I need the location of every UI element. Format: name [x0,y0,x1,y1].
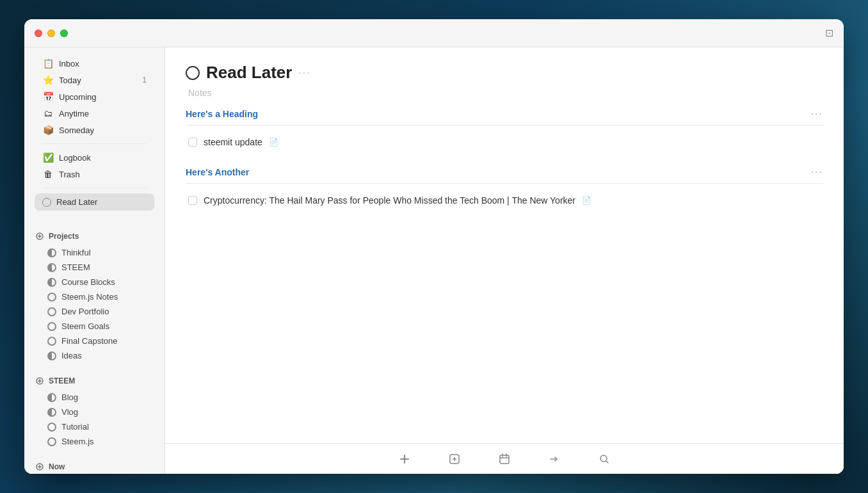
today-icon: ⭐ [42,75,54,85]
sidebar-item-ideas[interactable]: Ideas [32,348,157,363]
projects-section: Projects Thinkful STEEM Course Blocks St… [24,221,165,366]
main-more-dots[interactable]: ··· [298,67,310,79]
sidebar-item-final-capstone[interactable]: Final Capstone [32,334,157,348]
blog-icon [47,393,56,402]
traffic-lights [35,29,68,37]
sidebar-item-upcoming[interactable]: 📅 Upcoming [35,88,154,105]
clip-icon-2: 📄 [582,196,591,205]
divider-2 [42,188,147,188]
steem-section-icon [35,376,45,386]
app-window: ⊡ 📋 Inbox ⭐ Today 1 📅 Upcoming [24,19,844,474]
divider-1 [42,143,147,144]
steem-section-label: STEEM [49,376,75,385]
upcoming-icon: 📅 [42,92,54,102]
read-later-circle-icon [42,198,51,207]
today-count: 1 [142,76,147,85]
projects-label: Projects [49,232,79,241]
arrow-button[interactable] [545,449,564,469]
steem-icon [47,263,56,272]
now-label: Now [49,462,65,471]
vlog-icon [47,408,56,417]
main-title: Read Later [206,63,292,83]
toolbar-bottom [165,443,844,474]
sidebar-item-steem[interactable]: STEEM [32,260,157,275]
steem-label: STEEM [61,263,90,272]
search-button[interactable] [595,449,614,469]
add-with-details-button[interactable] [445,449,464,469]
trash-label: Trash [59,170,147,179]
task-text-1: steemit update [204,137,262,147]
inbox-icon: 📋 [42,58,54,69]
thinkful-icon [47,248,56,257]
sidebar-item-inbox[interactable]: 📋 Inbox [35,55,154,72]
sidebar-item-anytime[interactable]: 🗂 Anytime [35,105,154,122]
add-button[interactable] [395,449,414,469]
steem-section-header[interactable]: STEEM [32,373,157,390]
someday-icon: 📦 [42,125,54,135]
ideas-label: Ideas [61,351,82,360]
task-text-2: Cryptocurrency: The Hail Mary Pass for P… [204,195,575,206]
steem-goals-label: Steem Goals [61,321,109,331]
sidebar-item-vlog[interactable]: Vlog [32,405,157,419]
sidebar-item-steem-goals[interactable]: Steem Goals [32,319,157,334]
clip-icon-1: 📄 [269,138,278,147]
maximize-button[interactable] [60,29,68,37]
notes-placeholder[interactable]: Notes [186,88,311,98]
calendar-button[interactable] [495,449,514,469]
svg-rect-20 [500,455,509,464]
sidebar-item-blog[interactable]: Blog [32,390,157,405]
sidebar-item-tutorial[interactable]: Tutorial [32,419,157,434]
title-bar: ⊡ [24,19,844,47]
sidebar-item-today[interactable]: ⭐ Today 1 [35,72,154,88]
upcoming-label: Upcoming [59,92,147,102]
main-body: Here's a Heading ··· steemit update 📄 He… [165,108,844,443]
task-checkbox-2[interactable] [188,196,197,205]
course-blocks-icon [47,278,56,287]
inbox-label: Inbox [59,59,147,69]
heading-text-2: Here's Another [186,167,249,177]
projects-collapse-icon [35,231,45,241]
read-later-label: Read Later [56,197,147,207]
tutorial-label: Tutorial [61,422,89,432]
minimize-button[interactable] [47,29,55,37]
steemjs-label: Steem.js [61,437,94,446]
sidebar-item-someday[interactable]: 📦 Someday [35,122,154,138]
trash-icon: 🗑 [42,169,54,179]
course-blocks-label: Course Blocks [61,277,115,287]
sidebar-item-logbook[interactable]: ✅ Logbook [35,149,154,166]
app-body: 📋 Inbox ⭐ Today 1 📅 Upcoming 🗂 Anytime [24,47,844,474]
thinkful-label: Thinkful [61,248,91,257]
sidebar-item-read-later[interactable]: Read Later [35,193,154,211]
sidebar-item-trash[interactable]: 🗑 Trash [35,166,154,182]
now-section-icon [35,462,45,472]
main-title-row: Read Later ··· [186,63,311,83]
sidebar-item-steemjs-notes[interactable]: Steem.js Notes [32,289,157,304]
task-item-1: steemit update 📄 [186,133,823,151]
final-capstone-label: Final Capstone [61,336,117,346]
dev-portfolio-icon [47,307,56,316]
vlog-label: Vlog [61,407,78,417]
steemjs-notes-label: Steem.js Notes [61,292,118,302]
main-title-area: Read Later ··· Notes [186,63,311,98]
steem-section: STEEM Blog Vlog Tutorial Steem.js [24,366,165,451]
now-section-header[interactable]: Now [32,459,157,474]
sidebar-item-thinkful[interactable]: Thinkful [32,245,157,260]
task-checkbox-1[interactable] [188,138,197,147]
projects-section-header[interactable]: Projects [32,229,157,245]
sidebar-item-course-blocks[interactable]: Course Blocks [32,275,157,289]
anytime-label: Anytime [59,109,147,118]
logbook-icon: ✅ [42,152,54,163]
sidebar-item-dev-portfolio[interactable]: Dev Portfolio [32,304,157,319]
heading-row-2: Here's Another ··· [186,166,823,184]
heading-dots-2[interactable]: ··· [811,166,823,178]
expand-icon[interactable]: ⊡ [825,27,833,39]
sidebar-item-steemjs[interactable]: Steem.js [32,434,157,449]
dev-portfolio-label: Dev Portfolio [61,307,109,316]
close-button[interactable] [35,29,42,37]
section-heading-1: Here's a Heading ··· steemit update 📄 [186,108,823,151]
steemjs-notes-icon [47,293,56,302]
someday-label: Someday [59,125,147,135]
today-label: Today [59,76,137,85]
heading-dots-1[interactable]: ··· [811,108,823,120]
ideas-icon [47,352,56,360]
